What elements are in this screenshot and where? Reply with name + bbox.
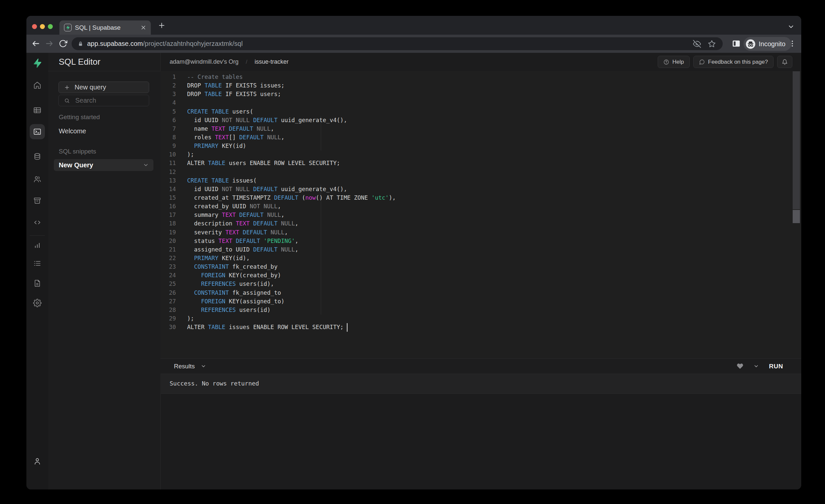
search-box[interactable] (58, 95, 149, 106)
code-line[interactable]: 8 roles TEXT[] DEFAULT NULL, (160, 133, 801, 142)
bookmark-star-icon[interactable] (708, 40, 716, 48)
code-line[interactable]: 28 REFERENCES users(id) (160, 306, 801, 314)
search-input[interactable] (75, 96, 142, 104)
address-bar[interactable]: app.supabase.com/project/azahtnhqohyjerz… (72, 37, 723, 50)
section-label-getting-started: Getting started (59, 114, 100, 121)
line-number: 13 (160, 176, 176, 185)
code-line[interactable]: 26 CONSTRAINT fk_assigned_to (160, 288, 801, 297)
editor-scrollbar[interactable] (793, 71, 800, 332)
code-lines: 1-- Create tables2DROP TABLE IF EXISTS i… (160, 73, 801, 332)
line-number: 22 (160, 254, 176, 263)
code-line[interactable]: 27 FOREIGN KEY(assigned_to) (160, 297, 801, 306)
line-text: CREATE TABLE issues( (176, 176, 257, 185)
incognito-label: Incognito (759, 40, 785, 48)
side-panel-icon[interactable] (731, 38, 742, 49)
breadcrumb-org[interactable]: adam@windmill.dev's Org (170, 58, 239, 65)
code-line[interactable]: 22 PRIMARY KEY(id), (160, 254, 801, 263)
storage-icon[interactable] (33, 196, 42, 205)
sql-editor-icon[interactable] (33, 127, 42, 136)
code-line[interactable]: 15 created_at TIMESTAMPTZ DEFAULT (now()… (160, 194, 801, 202)
supabase-logo[interactable] (32, 58, 42, 68)
notifications-button[interactable] (777, 56, 792, 68)
line-text: PRIMARY KEY(id) (176, 142, 246, 150)
forward-button[interactable] (45, 39, 54, 48)
line-text: ); (176, 314, 194, 323)
tab-search-chevron-icon[interactable] (788, 23, 795, 30)
settings-icon[interactable] (33, 299, 42, 307)
home-icon[interactable] (33, 81, 42, 89)
browser-menu-icon[interactable] (788, 39, 797, 48)
code-line[interactable]: 24 FOREIGN KEY(created_by) (160, 271, 801, 280)
line-number: 18 (160, 219, 176, 228)
code-line[interactable]: 21 assigned_to UUID DEFAULT NULL, (160, 245, 801, 254)
line-text: roles TEXT[] DEFAULT NULL, (176, 133, 285, 142)
new-query-button[interactable]: New query (58, 81, 149, 93)
nav-rail (26, 53, 49, 490)
code-line[interactable]: 19 severity TEXT DEFAULT NULL, (160, 228, 801, 237)
line-number: 25 (160, 280, 176, 288)
code-line[interactable]: 5CREATE TABLE users( (160, 107, 801, 116)
code-line[interactable]: 23 CONSTRAINT fk_created_by (160, 263, 801, 271)
browser-window: SQL | Supabase app.supabase.com/project/… (26, 16, 801, 490)
logs-icon[interactable] (33, 259, 42, 268)
browser-tab[interactable]: SQL | Supabase (59, 20, 151, 34)
database-icon[interactable] (33, 152, 42, 161)
line-text: DROP TABLE IF EXISTS users; (176, 90, 281, 98)
breadcrumb-project[interactable]: issue-tracker (255, 58, 289, 65)
code-line[interactable]: 13CREATE TABLE issues( (160, 176, 801, 185)
maximize-window-button[interactable] (48, 24, 53, 29)
code-line[interactable]: 16 created_by UUID NOT NULL, (160, 202, 801, 211)
code-line[interactable]: 20 status TEXT DEFAULT 'PENDING', (160, 237, 801, 245)
code-line[interactable]: 7 name TEXT DEFAULT NULL, (160, 125, 801, 133)
reports-icon[interactable] (33, 241, 42, 250)
favorite-heart-icon[interactable] (737, 363, 744, 370)
code-line[interactable]: 11ALTER TABLE users ENABLE ROW LEVEL SEC… (160, 159, 801, 167)
feedback-button[interactable]: Feedback on this page? (693, 56, 773, 68)
profile-icon[interactable] (33, 457, 42, 465)
code-line[interactable]: 4 (160, 98, 801, 107)
code-line[interactable]: 3DROP TABLE IF EXISTS users; (160, 90, 801, 98)
line-text: CONSTRAINT fk_assigned_to (176, 288, 281, 297)
results-dropdown[interactable]: Results (174, 359, 206, 374)
help-button[interactable]: Help (658, 56, 690, 68)
code-line[interactable]: 1-- Create tables (160, 73, 801, 81)
breadcrumb-separator: / (246, 59, 247, 65)
run-options-chevron-icon[interactable] (753, 363, 759, 369)
eye-off-icon[interactable] (693, 40, 701, 48)
code-line[interactable]: 6 id UUID NOT NULL DEFAULT uuid_generate… (160, 116, 801, 125)
code-line[interactable]: 9 PRIMARY KEY(id) (160, 142, 801, 150)
lock-icon (77, 41, 84, 47)
minimize-window-button[interactable] (40, 24, 45, 29)
code-line[interactable]: 10); (160, 150, 801, 159)
new-tab-button[interactable] (158, 21, 166, 29)
reload-button[interactable] (59, 39, 67, 48)
plus-icon (64, 84, 70, 90)
docs-icon[interactable] (33, 279, 42, 287)
table-editor-icon[interactable] (33, 106, 42, 115)
line-number: 5 (160, 107, 176, 116)
sidebar-item-welcome[interactable]: Welcome (59, 127, 86, 135)
api-icon[interactable] (33, 218, 42, 227)
line-text: FOREIGN KEY(assigned_to) (176, 297, 285, 306)
code-line[interactable]: 2DROP TABLE IF EXISTS issues; (160, 81, 801, 90)
code-line[interactable]: 29); (160, 314, 801, 323)
code-line[interactable]: 17 summary TEXT DEFAULT NULL, (160, 211, 801, 219)
help-circle-icon (663, 59, 669, 65)
line-number: 14 (160, 185, 176, 194)
close-window-button[interactable] (32, 24, 37, 29)
tab-close-icon[interactable] (140, 24, 147, 31)
scrollbar-thumb[interactable] (793, 210, 800, 223)
back-button[interactable] (31, 39, 40, 48)
sidebar-item-new-query-selected[interactable]: New Query (54, 159, 153, 171)
auth-icon[interactable] (33, 175, 42, 184)
code-line[interactable]: 12 (160, 168, 801, 176)
sql-code-editor[interactable]: 1-- Create tables2DROP TABLE IF EXISTS i… (160, 71, 801, 358)
url-text: app.supabase.com/project/azahtnhqohyjerz… (87, 40, 693, 48)
code-line[interactable]: 30ALTER TABLE issues ENABLE ROW LEVEL SE… (160, 323, 801, 332)
code-line[interactable]: 14 id UUID NOT NULL DEFAULT uuid_generat… (160, 185, 801, 194)
code-line[interactable]: 18 description TEXT DEFAULT NULL, (160, 219, 801, 228)
tab-strip: SQL | Supabase (26, 16, 801, 34)
run-button[interactable]: RUN (769, 363, 783, 370)
line-text: summary TEXT DEFAULT NULL, (176, 211, 285, 219)
code-line[interactable]: 25 REFERENCES users(id), (160, 280, 801, 288)
